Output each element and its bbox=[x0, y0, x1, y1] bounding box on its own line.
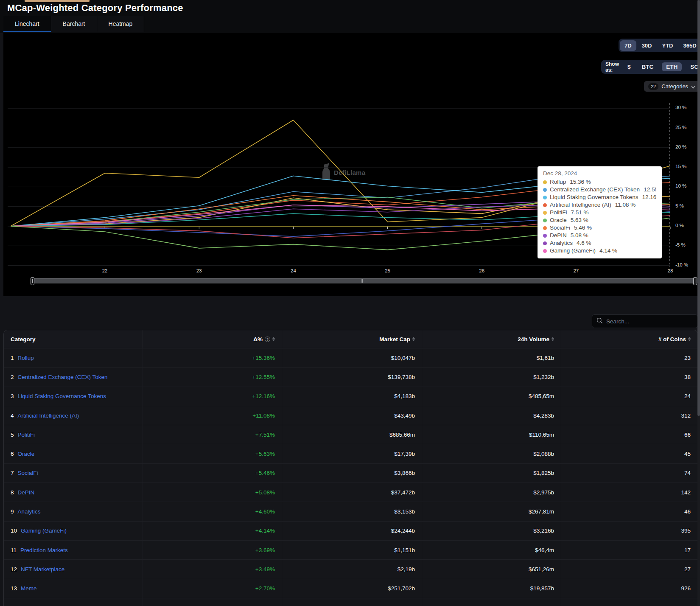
y-tick-label: 15 % bbox=[675, 164, 700, 169]
range-option-365d[interactable]: 365D bbox=[678, 40, 700, 51]
row-rank: 3 bbox=[11, 393, 14, 399]
category-link[interactable]: Prediction Markets bbox=[20, 547, 68, 553]
cell-market-cap: $251,702b bbox=[282, 579, 422, 598]
series-color-dot bbox=[543, 219, 547, 222]
cell-volume: $485,65m bbox=[422, 387, 561, 406]
range-option-30d[interactable]: 30D bbox=[637, 40, 657, 51]
tooltip-item: DePIN5.08 % bbox=[543, 232, 656, 239]
tooltip-series-value: 7.51 % bbox=[571, 209, 589, 216]
cell-category: 3Liquid Staking Governance Tokens bbox=[4, 387, 143, 406]
table-row: 8DePIN+5.08%$37,472b$2,975b142 bbox=[4, 483, 697, 502]
cell-volume: $267,81m bbox=[422, 502, 561, 521]
y-tick-label: 25 % bbox=[675, 125, 700, 130]
column-header-label: Category bbox=[11, 336, 36, 342]
tooltip-series-value: 5.08 % bbox=[571, 232, 588, 239]
cell-change: +12.16% bbox=[143, 387, 282, 406]
chevron-down-icon bbox=[691, 83, 695, 90]
cell-change: +5.46% bbox=[143, 464, 282, 483]
category-link[interactable]: Liquid Staking Governance Tokens bbox=[18, 393, 106, 399]
cell-change: +2.11% bbox=[143, 598, 282, 606]
row-rank: 11 bbox=[11, 547, 17, 553]
x-tick-label: 28 bbox=[662, 268, 679, 273]
show-as-option-eth[interactable]: ETH bbox=[662, 62, 682, 71]
search-input[interactable] bbox=[606, 318, 687, 325]
y-tick-label: -5 % bbox=[675, 242, 700, 247]
tooltip-item: Analytics4.6 % bbox=[543, 239, 656, 247]
column-header--[interactable]: Δ%? bbox=[143, 330, 282, 348]
category-link[interactable]: Oracle bbox=[18, 451, 35, 457]
slider-right-handle[interactable] bbox=[693, 277, 697, 285]
sort-icon[interactable] bbox=[412, 337, 415, 341]
range-option-7d[interactable]: 7D bbox=[620, 40, 636, 51]
table-row: 12NFT Marketplace+3.49%$2,19b$651,26m27 bbox=[4, 560, 697, 579]
category-link[interactable]: DePIN bbox=[18, 489, 35, 496]
tab-linechart[interactable]: Linechart bbox=[3, 16, 51, 32]
cell-category: 12NFT Marketplace bbox=[4, 560, 143, 578]
category-link[interactable]: Meme bbox=[21, 585, 37, 592]
row-rank: 2 bbox=[11, 374, 14, 380]
tooltip-series-name: SocialFi bbox=[550, 224, 570, 232]
cell-volume: $2,975b bbox=[422, 483, 561, 502]
tooltip-series-name: Analytics bbox=[550, 239, 573, 247]
page-scrollbar[interactable] bbox=[697, 0, 700, 606]
page: MCap-Weighted Category Performance Linec… bbox=[0, 0, 700, 606]
column-header-24h-volume[interactable]: 24h Volume bbox=[422, 330, 561, 348]
category-link[interactable]: SocialFi bbox=[18, 470, 38, 476]
show-as-option-usd[interactable]: $ bbox=[625, 62, 633, 71]
slider-center-grip[interactable] bbox=[360, 279, 364, 283]
tooltip-series-value: 4.6 % bbox=[577, 239, 591, 247]
table-row: 9Analytics+4.60%$3,153b$267,81m46 bbox=[4, 502, 697, 521]
tab-heatmap[interactable]: Heatmap bbox=[97, 16, 145, 32]
sort-icon[interactable] bbox=[552, 337, 554, 341]
column-header-market-cap[interactable]: Market Cap bbox=[282, 330, 422, 348]
cell-market-cap: $10,047b bbox=[282, 348, 422, 367]
range-option-ytd[interactable]: YTD bbox=[657, 40, 678, 51]
category-link[interactable]: Gaming (GameFi) bbox=[21, 527, 67, 534]
category-link[interactable]: Solana bbox=[21, 605, 39, 606]
tooltip-series-value: 12.16 % bbox=[642, 194, 656, 201]
show-as-label: Show as: bbox=[605, 61, 619, 73]
category-link[interactable]: Centralized Exchange (CEX) Token bbox=[18, 374, 108, 380]
tooltip-series-value: 11.08 % bbox=[615, 201, 636, 209]
y-tick-label: 10 % bbox=[675, 183, 700, 188]
tooltip-series-value: 5.46 % bbox=[574, 224, 592, 232]
cell-market-cap: $43,49b bbox=[282, 406, 422, 425]
tooltip-series-value: 5.63 % bbox=[571, 216, 588, 224]
category-link[interactable]: Analytics bbox=[18, 508, 41, 515]
category-link[interactable]: Rollup bbox=[18, 355, 34, 361]
y-tick-label: -10 % bbox=[675, 262, 700, 267]
x-tick-label: 26 bbox=[473, 268, 490, 273]
category-link[interactable]: Artificial Intelligence (AI) bbox=[18, 412, 79, 419]
categories-dropdown[interactable]: 22 Categories bbox=[644, 81, 700, 92]
scrollbar-thumb[interactable] bbox=[697, 0, 700, 416]
cell-change: +11.08% bbox=[143, 406, 282, 425]
tooltip-item: Gaming (GameFi)4.14 % bbox=[543, 247, 656, 255]
cell-category: 2Centralized Exchange (CEX) Token bbox=[4, 368, 143, 386]
x-tick-label: 25 bbox=[379, 268, 396, 273]
category-link[interactable]: NFT Marketplace bbox=[21, 566, 64, 572]
categories-dropdown-label: Categories bbox=[661, 83, 688, 90]
tab-barchart[interactable]: Barchart bbox=[51, 16, 97, 32]
sort-icon[interactable] bbox=[272, 337, 275, 341]
cell-coins: 74 bbox=[561, 464, 697, 483]
category-link[interactable]: PolitiFi bbox=[18, 432, 35, 438]
cell-coins: 38 bbox=[561, 368, 697, 386]
cell-volume: $2,088b bbox=[422, 444, 561, 463]
column-header-label: Market Cap bbox=[379, 336, 410, 342]
time-range-group: 7D30DYTD365D bbox=[619, 39, 700, 52]
series-color-dot bbox=[543, 226, 547, 230]
chart-tooltip: Dec 28, 2024 Rollup15.36 %Centralized Ex… bbox=[538, 166, 662, 258]
table-row: 4Artificial Intelligence (AI)+11.08%$43,… bbox=[4, 406, 697, 425]
column-header-label: # of Coins bbox=[658, 336, 686, 342]
table-row: 13Meme+2.70%$251,702b$19,857b926 bbox=[4, 579, 697, 598]
cell-coins: 27 bbox=[561, 560, 697, 578]
column-header-label: Δ% bbox=[253, 336, 263, 342]
row-rank: 13 bbox=[11, 585, 17, 592]
chart-range-slider[interactable] bbox=[32, 278, 698, 283]
show-as-option-btc[interactable]: BTC bbox=[639, 62, 656, 71]
sort-icon[interactable] bbox=[688, 337, 691, 341]
tooltip-series-name: Rollup bbox=[550, 178, 566, 186]
slider-left-handle[interactable] bbox=[31, 277, 34, 285]
column-header--of-coins[interactable]: # of Coins bbox=[561, 330, 697, 348]
x-tick-label: 24 bbox=[285, 268, 302, 273]
